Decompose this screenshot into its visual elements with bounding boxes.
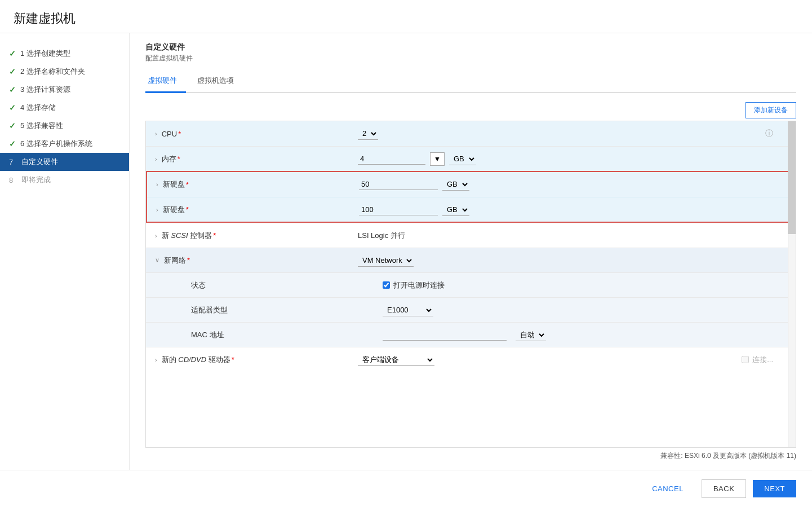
cddvd-expander[interactable]: › — [155, 356, 157, 363]
cpu-info-icon[interactable]: ⓘ — [765, 129, 773, 139]
add-device-button[interactable]: 添加新设备 — [746, 102, 796, 118]
network-status-row: 状态 打开电源时连接 — [146, 272, 796, 297]
scsi-value-text: LSI Logic 并行 — [358, 231, 405, 241]
network-select[interactable]: VM Network — [358, 254, 414, 267]
sidebar-item-label: 6 选择客户机操作系统 — [20, 139, 92, 149]
sidebar-item-label: 4 选择存储 — [20, 103, 56, 113]
check-icon: ✓ — [9, 67, 16, 76]
cpu-select[interactable]: 2 4 8 — [358, 127, 378, 140]
network-mac-row: MAC 地址 自动 手动 — [146, 322, 796, 347]
network-adapter-label: 适配器类型 — [180, 305, 383, 315]
mac-address-input[interactable] — [383, 329, 507, 341]
sidebar-item-step7[interactable]: 7自定义硬件 — [0, 153, 129, 171]
page-header: 新建虚拟机 — [0, 0, 812, 33]
check-icon: ✓ — [9, 121, 16, 130]
network-adapter-row: 适配器类型 E1000 VMXNET3 — [146, 297, 796, 322]
disk2-row: › 新硬盘 * GB MB — [147, 197, 795, 222]
sidebar-item-step1[interactable]: ✓1 选择创建类型 — [0, 45, 129, 63]
sidebar: ✓1 选择创建类型✓2 选择名称和文件夹✓3 选择计算资源✓4 选择存储✓5 选… — [0, 33, 130, 470]
sidebar-item-step2[interactable]: ✓2 选择名称和文件夹 — [0, 63, 129, 81]
page-title: 新建虚拟机 — [14, 10, 798, 27]
sidebar-item-label: 5 选择兼容性 — [20, 121, 63, 131]
connect-area: 连接... — [742, 355, 773, 365]
sidebar-item-label: 3 选择计算资源 — [20, 85, 70, 95]
network-mac-value: 自动 手动 — [383, 329, 773, 341]
sidebar-item-step6[interactable]: ✓6 选择客户机操作系统 — [0, 135, 129, 153]
network-mac-label: MAC 地址 — [180, 330, 383, 340]
memory-row: › 内存 * ▼ GB MB — [146, 146, 796, 171]
page: 新建虚拟机 ✓1 选择创建类型✓2 选择名称和文件夹✓3 选择计算资源✓4 选择… — [0, 0, 812, 507]
disk2-unit-select[interactable]: GB MB — [442, 204, 469, 216]
cddvd-value-area: 客户端设备 数据存储 ISO 文件 — [358, 354, 742, 366]
scrollbar-thumb[interactable] — [788, 121, 796, 234]
sidebar-item-step5[interactable]: ✓5 选择兼容性 — [0, 117, 129, 135]
disk1-row: › 新硬盘 * GB MB — [147, 172, 795, 197]
tab-vm-options[interactable]: 虚拟机选项 — [195, 71, 243, 93]
disk1-expander[interactable]: › — [156, 181, 158, 188]
cpu-expander[interactable]: › — [155, 130, 157, 137]
check-icon: ✓ — [9, 103, 16, 112]
disk2-label: › 新硬盘 * — [156, 205, 359, 215]
scsi-value-area: LSI Logic 并行 — [358, 231, 773, 241]
sidebar-item-label: 自定义硬件 — [21, 157, 58, 167]
hardware-scroll-area[interactable]: › CPU * 2 4 8 ⓘ — [146, 121, 796, 447]
memory-unit-select[interactable]: GB MB — [449, 153, 476, 165]
sidebar-item-label: 2 选择名称和文件夹 — [20, 67, 85, 77]
sidebar-item-step4[interactable]: ✓4 选择存储 — [0, 99, 129, 117]
memory-input[interactable] — [358, 153, 425, 165]
mac-mode-select[interactable]: 自动 手动 — [516, 329, 546, 341]
step-number: 8 — [9, 176, 17, 184]
check-icon: ✓ — [9, 85, 16, 94]
sidebar-item-step8: 8即将完成 — [0, 171, 129, 189]
compat-text: 兼容性: ESXi 6.0 及更高版本 (虚拟机版本 11) — [145, 451, 796, 461]
cpu-row: › CPU * 2 4 8 ⓘ — [146, 121, 796, 146]
network-status-value: 打开电源时连接 — [383, 280, 773, 290]
network-label: ∨ 新网络 * — [155, 255, 358, 266]
memory-expander[interactable]: › — [155, 156, 157, 162]
scsi-row: › 新 SCSI 控制器 * LSI Logic 并行 — [146, 223, 796, 248]
cddvd-row: › 新的 CD/DVD 驱动器 * 客户端设备 数据存储 ISO 文件 — [146, 347, 796, 372]
disk2-size-input[interactable] — [359, 204, 438, 215]
cancel-button[interactable]: CANCEL — [641, 480, 695, 497]
main-layout: ✓1 选择创建类型✓2 选择名称和文件夹✓3 选择计算资源✓4 选择存储✓5 选… — [0, 33, 812, 470]
scsi-label: › 新 SCSI 控制器 * — [155, 231, 358, 241]
disk1-label: › 新硬盘 * — [156, 179, 359, 189]
content-title: 自定义硬件 — [145, 42, 796, 52]
check-icon: ✓ — [9, 49, 16, 58]
disk1-size-input[interactable] — [359, 179, 438, 190]
check-icon: ✓ — [9, 139, 16, 148]
memory-label: › 内存 * — [155, 154, 358, 164]
cpu-label: › CPU * — [155, 130, 358, 138]
network-expander[interactable]: ∨ — [155, 257, 159, 264]
cddvd-connect-checkbox[interactable] — [742, 356, 749, 363]
disk1-value-area: GB MB — [359, 178, 772, 191]
content-subtitle: 配置虚拟机硬件 — [145, 54, 796, 63]
memory-dropdown-btn[interactable]: ▼ — [430, 152, 445, 166]
scsi-expander[interactable]: › — [155, 232, 157, 239]
back-button[interactable]: BACK — [702, 479, 746, 498]
disk-group: › 新硬盘 * GB MB — [146, 171, 796, 223]
disk2-value-area: GB MB — [359, 204, 772, 216]
cddvd-label: › 新的 CD/DVD 驱动器 * — [155, 355, 358, 365]
tab-virtual-hardware[interactable]: 虚拟硬件 — [145, 71, 186, 93]
network-adapter-value: E1000 VMXNET3 — [383, 304, 773, 316]
cpu-value-area: 2 4 8 — [358, 127, 765, 140]
adapter-type-select[interactable]: E1000 VMXNET3 — [383, 304, 433, 316]
content-area: 自定义硬件 配置虚拟机硬件 虚拟硬件 虚拟机选项 添加新设备 — [130, 33, 812, 470]
network-value-area: VM Network — [358, 254, 773, 267]
step-number: 7 — [9, 158, 17, 166]
cddvd-select[interactable]: 客户端设备 数据存储 ISO 文件 — [358, 354, 434, 366]
disk2-expander[interactable]: › — [156, 206, 158, 213]
network-status-label: 状态 — [180, 280, 383, 290]
sidebar-item-step3[interactable]: ✓3 选择计算资源 — [0, 81, 129, 99]
next-button[interactable]: NEXT — [753, 480, 796, 497]
connect-on-power-checkbox[interactable] — [383, 281, 390, 289]
footer: CANCEL BACK NEXT — [0, 470, 812, 507]
connect-label: 连接... — [752, 355, 773, 365]
scrollbar-track[interactable] — [788, 121, 796, 447]
memory-value-area: ▼ GB MB — [358, 152, 773, 166]
tabs-bar: 虚拟硬件 虚拟机选项 — [145, 71, 796, 93]
disk1-unit-select[interactable]: GB MB — [442, 178, 469, 191]
sidebar-item-label: 即将完成 — [21, 175, 51, 185]
sidebar-item-label: 1 选择创建类型 — [20, 49, 70, 59]
